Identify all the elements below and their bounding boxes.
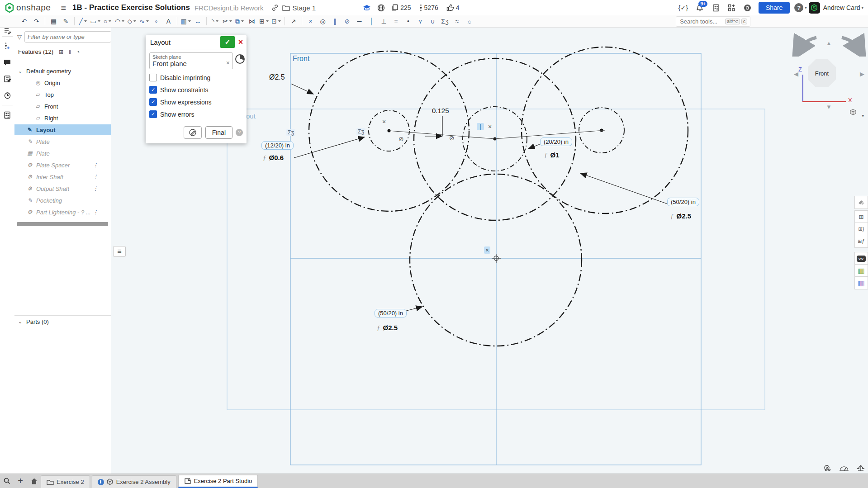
offset-tool[interactable]: ⧉ — [234, 16, 245, 26]
insert-image-tool[interactable]: ⊡ — [270, 16, 282, 26]
link-icon[interactable] — [271, 4, 279, 11]
variables-table-button[interactable]: ⊞ƒ — [854, 235, 868, 248]
vertical-constraint[interactable]: │ — [366, 16, 377, 26]
new-tab-button[interactable]: + — [14, 475, 27, 487]
folder-label[interactable]: Stage 1 — [292, 4, 316, 12]
dialog-accept-button[interactable]: ✓ — [220, 36, 235, 48]
rollback-bar[interactable] — [17, 222, 108, 226]
tangent-constraint-glyph[interactable]: ⊘ — [448, 134, 456, 142]
tab-exercise-2-folder[interactable]: Exercise 2 — [41, 475, 90, 488]
search-tools-input[interactable] — [679, 18, 724, 25]
tape-measure-icon[interactable] — [823, 464, 832, 474]
arc-tool[interactable]: ◠ — [114, 16, 125, 26]
user-avatar[interactable] — [809, 2, 820, 14]
feature-list-icon[interactable] — [3, 26, 12, 35]
feature-output-shaft[interactable]: ⚙ Output Shaft ⋮ — [14, 183, 111, 194]
public-globe-icon[interactable] — [377, 4, 385, 12]
home-tab-icon[interactable] — [27, 475, 41, 487]
user-name[interactable]: Andrew Card — [823, 4, 860, 11]
chevron-down-icon[interactable]: ⌄ — [18, 68, 22, 74]
line-tool[interactable]: ╱ — [77, 16, 89, 26]
feature-plate-extrude[interactable]: ▦ Plate — [14, 148, 111, 159]
show-constraints-row[interactable]: ✓ Show constraints — [149, 86, 243, 94]
feature-pocketing[interactable]: ✎ Pocketing — [14, 195, 111, 206]
checkbox-checked[interactable]: ✓ — [149, 98, 157, 106]
midpoint-constraint[interactable]: • — [403, 16, 414, 26]
comments-icon[interactable] — [3, 58, 12, 67]
rectangle-tool[interactable]: ▭ — [90, 16, 101, 26]
show-constraints-toggle[interactable]: ☼ — [464, 16, 475, 26]
parts-section-header[interactable]: ⌄ Parts (0) — [14, 315, 111, 327]
parallel-constraint[interactable]: ∥ — [329, 16, 341, 26]
feature-menu-icon[interactable]: ⋮ — [93, 174, 98, 180]
help-icon[interactable]: ? — [794, 3, 803, 12]
leader-d25-top[interactable] — [291, 84, 313, 94]
expression-badge-50-20-right[interactable]: (50/20) in — [667, 198, 699, 206]
feature-inter-shaft[interactable]: ⚙ Inter Shaft ⋮ — [14, 171, 111, 182]
mirror-tool[interactable]: ⋈ — [246, 16, 257, 26]
checkbox-unchecked[interactable] — [149, 74, 157, 81]
normal-constraint[interactable]: ⋎ — [415, 16, 426, 26]
coincident-constraint-glyph[interactable]: × — [484, 246, 490, 254]
construction-tool[interactable]: ▥ — [180, 16, 191, 26]
dialog-help-icon[interactable]: ? — [236, 129, 243, 136]
view-options-cube-icon[interactable]: ▾ — [849, 109, 864, 119]
learning-center-icon[interactable] — [363, 5, 371, 11]
expression-badge-20-20[interactable]: (20/20) in — [540, 137, 572, 146]
tangent-constraint[interactable]: ⊘ — [342, 16, 353, 26]
dimension-d25-top[interactable]: Ø2.5 — [269, 73, 285, 81]
concentric-constraint[interactable]: ◎ — [317, 16, 328, 26]
checkbox-checked[interactable]: ✓ — [149, 86, 157, 94]
text-tool[interactable]: A — [163, 16, 174, 26]
blue-library-button[interactable]: ▥ — [854, 276, 868, 289]
feature-plate-sketch[interactable]: ✎ Plate — [14, 136, 111, 147]
feature-menu-icon[interactable]: ⋮ — [93, 209, 98, 215]
trim-tool[interactable]: ✂ — [222, 16, 233, 26]
share-button[interactable]: Share — [759, 2, 790, 14]
vertical-constraint-glyph[interactable]: | — [477, 123, 484, 130]
transform-tool[interactable]: ↗ — [288, 16, 299, 26]
clear-selection-icon[interactable]: × — [226, 59, 230, 66]
document-title[interactable]: 1B - Practice Exercise Solutions — [72, 3, 190, 12]
show-errors-row[interactable]: ✓ Show errors — [149, 110, 243, 118]
feature-plate-spacer[interactable]: ⚙ Plate Spacer ⋮ — [14, 160, 111, 171]
tasks-icon[interactable] — [712, 4, 720, 12]
green-library-button[interactable]: ▥ — [854, 264, 868, 277]
mass-properties-icon[interactable] — [856, 464, 865, 474]
feature-top-plane[interactable]: ▱ Top — [14, 89, 111, 100]
sketch-style-button[interactable]: ✎ — [60, 16, 71, 26]
help-caret-icon[interactable]: ▾ — [805, 5, 807, 10]
redo-button[interactable]: ↷ — [31, 16, 42, 26]
dimension-d1[interactable]: ƒØ1 — [544, 151, 560, 159]
versions-check-icon[interactable]: {✓} — [678, 4, 688, 11]
polygon-tool[interactable]: ◇ — [126, 16, 138, 26]
tangent-constraint-glyph[interactable]: ⊘ — [397, 135, 405, 142]
pattern-tool[interactable]: ⊞ — [258, 16, 270, 26]
checkbox-checked[interactable]: ✓ — [149, 110, 157, 118]
feature-menu-icon[interactable]: ⋮ — [93, 185, 98, 192]
viewport-name-label[interactable]: Front — [293, 55, 309, 63]
show-expressions-row[interactable]: ✓ Show expressions — [149, 98, 243, 106]
insert-feature-icon[interactable] — [3, 42, 12, 51]
configurations-button[interactable]: ⊞} — [854, 223, 868, 236]
rotate-down-arrow-icon[interactable]: ▼ — [826, 104, 832, 110]
dimension-d06[interactable]: ƒØ0.6 — [263, 154, 284, 162]
pitch-circle-bottom[interactable] — [410, 174, 582, 346]
protractor-icon[interactable] — [839, 464, 849, 474]
dimension-d25-right[interactable]: ƒØ2.5 — [670, 212, 691, 220]
view-cube-front-face[interactable]: Front — [808, 59, 836, 87]
coincident-constraint-glyph[interactable]: × — [487, 123, 493, 130]
final-button[interactable]: Final — [205, 126, 232, 139]
perpendicular-constraint[interactable]: ⊥ — [378, 16, 389, 26]
feature-right-plane[interactable]: ▱ Right — [14, 113, 111, 123]
robot-app-button[interactable]: oo — [854, 252, 868, 265]
coincident-constraint[interactable]: × — [305, 16, 316, 26]
graphics-canvas[interactable]: Front out Ø2.5 0.125 (12/20) in ƒØ0.6 (2… — [111, 28, 868, 474]
sketch-list-flyout-button[interactable]: ≡ — [113, 246, 126, 257]
sketch-plane-field[interactable]: Sketch plane Front plane × — [149, 52, 233, 69]
onshape-logo-icon[interactable] — [5, 3, 14, 13]
feature-layout-selected[interactable]: ✎ Layout — [14, 124, 111, 135]
rotate-left-arrow-icon[interactable]: ◀ — [794, 71, 798, 77]
expression-badge-50-20-bottom[interactable]: (50/20) in — [375, 309, 407, 317]
insert-here-icon[interactable]: ⊞ — [59, 49, 63, 55]
